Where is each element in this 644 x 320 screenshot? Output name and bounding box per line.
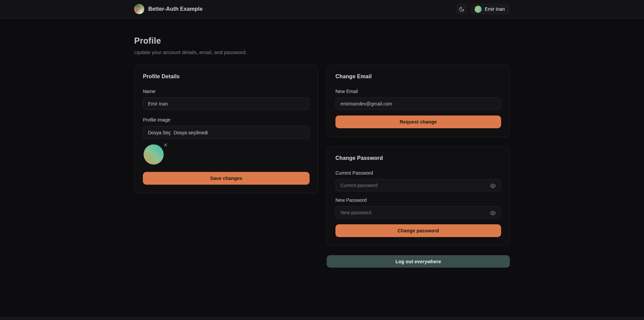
change-email-card: Change Email New Email Request change	[327, 65, 510, 137]
new-email-label: New Email	[335, 89, 501, 94]
new-password-field	[335, 206, 501, 219]
header-actions: Emir Inan	[456, 3, 510, 15]
profile-image-preview	[144, 144, 164, 165]
app-title: Better-Auth Example	[148, 6, 203, 12]
new-password-input[interactable]	[335, 206, 501, 219]
user-menu-button[interactable]: Emir Inan	[471, 3, 510, 15]
change-password-button[interactable]: Change password	[335, 224, 501, 237]
page-title: Profile	[134, 36, 510, 46]
request-change-button[interactable]: Request change	[335, 116, 501, 128]
user-name: Emir Inan	[485, 6, 505, 12]
moon-icon	[459, 6, 465, 12]
change-password-card: Change Password Current Password New Pas…	[327, 146, 510, 246]
eye-icon	[490, 210, 496, 216]
toggle-current-password-visibility[interactable]	[489, 182, 496, 190]
right-column: Change Email New Email Request change Ch…	[327, 65, 510, 268]
main-content: Profile Update your account details, ema…	[134, 18, 510, 268]
footer-strip	[0, 317, 644, 320]
new-email-input[interactable]	[335, 97, 501, 110]
page-subtitle: Update your account details, email, and …	[134, 49, 510, 55]
profile-image-label: Profile image	[143, 117, 310, 123]
current-password-label: Current Password	[335, 170, 501, 176]
remove-image-button[interactable]	[162, 142, 168, 148]
cards-grid: Profile Details Name Profile image Dosya…	[134, 65, 510, 268]
save-changes-button[interactable]: Save changes	[143, 172, 310, 185]
app-header: Better-Auth Example Emir Inan	[0, 0, 644, 18]
change-email-title: Change Email	[335, 74, 501, 80]
toggle-new-password-visibility[interactable]	[489, 210, 496, 217]
file-select-button-label: Dosya Seç	[148, 130, 171, 135]
new-password-label: New Password	[335, 197, 501, 203]
close-icon	[163, 143, 168, 147]
name-label: Name	[143, 89, 310, 94]
profile-image-file-input[interactable]: Dosya Seç Dosya seçilmedi	[143, 126, 310, 139]
logout-everywhere-button[interactable]: Log out everywhere	[327, 255, 510, 268]
change-password-title: Change Password	[335, 155, 501, 161]
theme-toggle-button[interactable]	[456, 3, 467, 15]
avatar-preview-wrap	[143, 144, 168, 165]
file-status-text: Dosya seçilmedi	[174, 130, 208, 135]
brand[interactable]: Better-Auth Example	[134, 4, 203, 14]
user-avatar	[475, 6, 482, 13]
app-logo-avatar	[134, 4, 144, 14]
current-password-field	[335, 179, 501, 191]
name-input[interactable]	[143, 97, 310, 110]
current-password-input[interactable]	[335, 179, 501, 191]
profile-details-title: Profile Details	[143, 74, 310, 80]
eye-icon	[490, 183, 496, 189]
profile-details-card: Profile Details Name Profile image Dosya…	[134, 65, 318, 193]
